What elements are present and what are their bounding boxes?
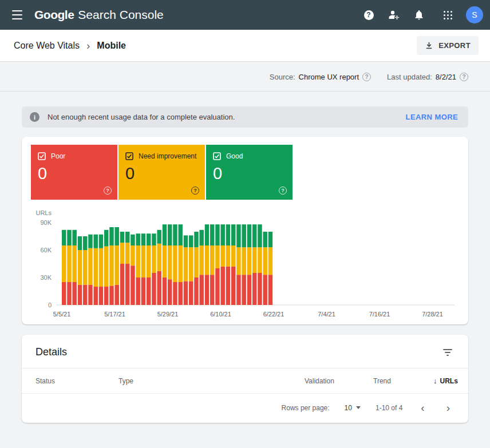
download-icon — [425, 41, 433, 50]
bell-icon — [413, 9, 425, 21]
notifications-button[interactable] — [408, 3, 430, 26]
checkbox-checked-icon — [213, 152, 221, 160]
breadcrumb-core-web-vitals[interactable]: Core Web Vitals — [14, 41, 80, 51]
column-urls-sort[interactable]: ↓ URLs — [433, 376, 458, 385]
chevron-right-icon: › — [86, 40, 90, 51]
help-icon[interactable]: ? — [104, 187, 112, 195]
last-updated-label: Last updated: — [387, 73, 432, 81]
product-name: Search Console — [78, 8, 163, 22]
details-card: Details Status Type Validation Trend ↓ U… — [22, 335, 468, 423]
svg-text:30K: 30K — [40, 274, 52, 281]
info-banner: i Not enough recent usage data for a com… — [22, 106, 468, 128]
svg-text:5/17/21: 5/17/21 — [104, 311, 125, 318]
pagination: Rows per page: 10 1-10 of 4 ‹ › — [22, 394, 468, 423]
google-logo-text: Google — [34, 8, 74, 22]
report-body: i Not enough recent usage data for a com… — [0, 92, 490, 434]
tile-need-improvement-label: Need improvement — [139, 152, 196, 160]
svg-text:7/28/21: 7/28/21 — [422, 311, 443, 318]
app-header: Google Search Console ? — [0, 0, 490, 30]
core-web-vitals-chart-card: Poor 0 ? Need improvement 0 ? — [22, 137, 468, 324]
details-table-header: Status Type Validation Trend ↓ URLs — [22, 368, 468, 394]
source-label: Source: — [270, 73, 295, 81]
topbar-actions: ? — [357, 3, 483, 26]
hamburger-icon — [12, 10, 22, 11]
previous-page-button[interactable]: ‹ — [417, 402, 428, 413]
svg-text:0: 0 — [48, 302, 52, 308]
column-urls-label: URLs — [440, 377, 458, 385]
details-title: Details — [35, 346, 67, 358]
tile-need-improvement[interactable]: Need improvement 0 ? — [118, 145, 205, 200]
menu-button[interactable] — [6, 3, 29, 26]
source-value: Chrome UX report — [299, 73, 359, 81]
chart-canvas: URLs030K60K90K5/5/215/17/215/29/216/10/2… — [31, 208, 458, 320]
next-page-button[interactable]: › — [443, 402, 453, 413]
svg-text:5/5/21: 5/5/21 — [53, 311, 71, 318]
help-button[interactable]: ? — [357, 3, 380, 26]
rows-per-page-select[interactable]: 10 — [345, 404, 361, 412]
svg-text:URLs: URLs — [35, 209, 52, 216]
column-type: Type — [118, 377, 305, 385]
help-icon[interactable]: ? — [460, 73, 468, 81]
app-logo: Google Search Console — [34, 8, 164, 22]
export-button[interactable]: EXPORT — [417, 36, 479, 55]
help-icon: ? — [364, 10, 374, 20]
svg-text:5/29/21: 5/29/21 — [157, 311, 179, 318]
banner-message: Not enough recent usage data for a compl… — [48, 113, 235, 121]
info-icon: i — [30, 112, 39, 122]
svg-text:7/16/21: 7/16/21 — [369, 311, 390, 318]
status-tiles: Poor 0 ? Need improvement 0 ? — [31, 145, 459, 200]
dropdown-caret-icon — [356, 406, 361, 409]
tile-poor-value: 0 — [38, 164, 110, 183]
account-avatar[interactable]: S — [466, 6, 483, 23]
sort-descending-icon: ↓ — [433, 376, 437, 385]
learn-more-link[interactable]: LEARN MORE — [406, 113, 458, 121]
svg-text:6/10/21: 6/10/21 — [210, 311, 231, 318]
user-settings-icon — [388, 9, 400, 21]
breadcrumb: Core Web Vitals › Mobile — [14, 40, 126, 51]
svg-text:60K: 60K — [40, 247, 52, 253]
help-icon[interactable]: ? — [362, 73, 371, 81]
user-settings-button[interactable] — [382, 3, 405, 26]
breadcrumb-current-mobile: Mobile — [97, 41, 126, 51]
export-label: EXPORT — [438, 41, 471, 50]
report-meta-row: Source: Chrome UX report ? Last updated:… — [0, 62, 490, 92]
filter-button[interactable] — [441, 347, 455, 358]
tile-poor[interactable]: Poor 0 ? — [31, 145, 117, 200]
rows-per-page-label: Rows per page: — [282, 404, 330, 412]
filter-icon — [443, 349, 452, 350]
pagination-range: 1-10 of 4 — [376, 404, 402, 412]
checkbox-checked-icon — [125, 152, 133, 160]
column-validation: Validation — [305, 377, 373, 385]
column-status: Status — [35, 377, 118, 385]
apps-button[interactable] — [436, 3, 459, 26]
help-icon[interactable]: ? — [279, 187, 287, 195]
tile-good[interactable]: Good 0 ? — [206, 145, 293, 200]
last-updated-value: 8/2/21 — [436, 73, 456, 81]
column-trend: Trend — [373, 377, 433, 385]
breadcrumb-bar: Core Web Vitals › Mobile EXPORT — [0, 30, 490, 62]
tile-good-label: Good — [226, 152, 243, 160]
rows-per-page-value: 10 — [345, 404, 352, 412]
tile-need-improvement-value: 0 — [125, 164, 198, 183]
svg-text:7/4/21: 7/4/21 — [318, 311, 335, 318]
tile-good-value: 0 — [213, 164, 286, 183]
svg-text:6/22/21: 6/22/21 — [263, 311, 284, 318]
checkbox-checked-icon — [38, 152, 46, 160]
urls-stacked-bar-chart: URLs030K60K90K5/5/215/17/215/29/216/10/2… — [31, 208, 459, 320]
help-icon[interactable]: ? — [191, 187, 199, 195]
svg-text:90K: 90K — [40, 219, 52, 226]
apps-grid-icon — [444, 11, 452, 19]
tile-poor-label: Poor — [51, 152, 65, 160]
